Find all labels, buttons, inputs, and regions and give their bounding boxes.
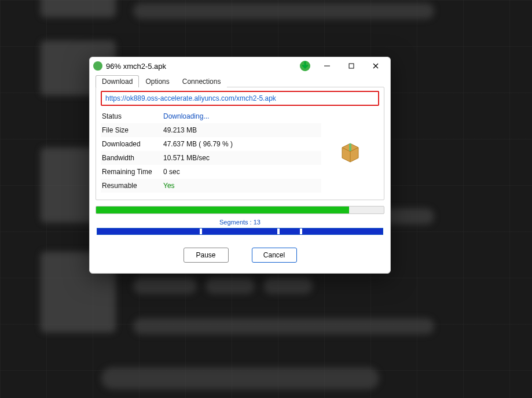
row-remaining: Remaining Time 0 sec [101,165,321,179]
download-status-icon [300,61,310,71]
cancel-button[interactable]: Cancel [252,248,297,263]
value-file-size: 49.213 MB [163,126,321,134]
progress-bar [96,206,384,214]
minimize-button[interactable] [315,58,339,73]
segment-tick [277,229,280,234]
download-panel: https://ok889.oss-accelerate.aliyuncs.co… [96,87,384,200]
row-status: Status Downloading... [101,109,321,123]
segments-label: Segments : 13 [96,219,384,226]
row-downloaded: Downloaded 47.637 MB ( 96.79 % ) [101,137,321,151]
row-bandwidth: Bandwidth 10.571 MB/sec [101,151,321,165]
label-status: Status [101,112,163,120]
close-button[interactable] [364,58,388,73]
titlebar: 96% xmch2-5.apk [90,57,390,75]
segment-tick [300,229,302,234]
download-dialog: 96% xmch2-5.apk Download Options Connect… [89,57,391,274]
row-resumable: Resumable Yes [101,179,321,193]
value-remaining: 0 sec [163,168,321,176]
window-title: 96% xmch2-5.apk [106,62,300,71]
row-file-size: File Size 49.213 MB [101,123,321,137]
value-downloaded: 47.637 MB ( 96.79 % ) [163,140,321,148]
pause-button[interactable]: Pause [184,248,229,263]
label-remaining: Remaining Time [101,168,163,176]
svg-rect-1 [349,64,354,68]
progress-fill [96,207,349,213]
url-highlight-box: https://ok889.oss-accelerate.aliyuncs.co… [101,91,379,106]
label-bandwidth: Bandwidth [101,154,163,162]
label-file-size: File Size [101,126,163,134]
label-downloaded: Downloaded [101,140,163,148]
tab-connections[interactable]: Connections [176,75,228,87]
info-table: Status Downloading... File Size 49.213 M… [101,109,321,193]
value-bandwidth: 10.571 MB/sec [163,154,321,162]
tab-download[interactable]: Download [96,75,139,87]
label-resumable: Resumable [101,182,163,190]
segment-tick [200,229,202,234]
download-url[interactable]: https://ok889.oss-accelerate.aliyuncs.co… [105,94,375,102]
maximize-button[interactable] [339,58,364,73]
tabs: Download Options Connections [90,75,390,87]
package-icon [321,109,379,193]
value-status: Downloading... [163,112,321,120]
segments-bar [97,228,383,235]
value-resumable: Yes [163,182,321,190]
tab-options[interactable]: Options [139,75,175,87]
app-icon [93,61,102,71]
